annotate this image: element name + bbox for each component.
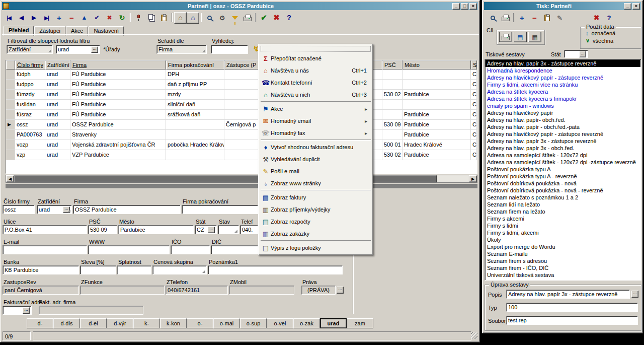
sleva-field[interactable] <box>80 265 116 274</box>
print-report-button[interactable] <box>499 12 512 24</box>
report-item[interactable]: Adresy na hlav. papír 3x - obch.řed. <box>486 145 640 152</box>
menu-item-vypis-z-logu[interactable]: ▤Výpis z logu položky <box>260 242 372 254</box>
table-row[interactable]: fúdphuradFÚ PardubiceDPHC <box>6 70 477 80</box>
report-item[interactable]: Seznam naležato s poznámkou 1 a 2 <box>486 194 640 201</box>
report-item[interactable]: Úkoly <box>486 236 640 243</box>
pane-splitter[interactable] <box>6 184 477 188</box>
remove-report-button[interactable]: − <box>528 12 541 24</box>
search-button[interactable] <box>203 12 216 24</box>
add-report-button[interactable]: + <box>516 12 528 24</box>
prava-browse-button[interactable]: ... <box>337 287 344 294</box>
filter-column-combo[interactable]: Zatřídění <box>7 45 53 54</box>
report-item[interactable]: Adresy na hlavičkový papír <box>486 109 640 116</box>
sheet-tab-k-kon[interactable]: k-kon <box>160 318 187 328</box>
table-row[interactable]: fúmzdyuradFÚ Pardubicemzdy530 02Pardubic… <box>6 90 477 100</box>
filter-button[interactable] <box>228 12 241 24</box>
next-record-button[interactable]: ▶ <box>28 12 40 24</box>
company-button[interactable]: ⌂ <box>174 12 187 24</box>
stav-field[interactable] <box>218 225 239 234</box>
sheet-tab-o-sup[interactable]: o-sup <box>240 318 267 328</box>
menu-item-akce[interactable]: ⚑Akce▸ <box>260 103 372 115</box>
help-button[interactable]: ? <box>283 12 295 24</box>
print-button[interactable] <box>241 12 254 24</box>
zastupcerev-field[interactable]: paní Černigová <box>3 286 79 295</box>
col-header-psc[interactable]: PSČ <box>382 60 403 70</box>
print-close-button[interactable]: × <box>632 3 640 10</box>
email-field[interactable] <box>3 245 87 254</box>
sheet-tab-k[interactable]: k- <box>133 318 160 328</box>
report-item[interactable]: Poštovní poukázka typu A - reverzně <box>486 173 640 180</box>
target-screen-button[interactable]: ▦ <box>528 32 541 42</box>
cancel-print-button[interactable]: ✖ <box>590 12 603 24</box>
search-input[interactable] <box>211 45 248 54</box>
refresh-button[interactable]: ↻ <box>116 12 128 24</box>
report-item[interactable]: Adresy na hlav. papír 3x - zástupce reve… <box>486 137 640 145</box>
report-item[interactable]: Firmy s lidmi, akcemi <box>486 229 640 236</box>
target-printer-button[interactable] <box>499 32 512 42</box>
menu-item-prepocitat-oznacene[interactable]: ΣPřepočítat označené <box>260 52 372 64</box>
sheet-tab-o[interactable]: o- <box>187 318 213 328</box>
pin-button[interactable] <box>132 12 145 24</box>
poznamka1-field[interactable] <box>208 265 343 274</box>
print-minimize-button[interactable]: _ <box>624 3 631 10</box>
table-row[interactable]: fudppouradFÚ Pardubicedaň z příjmu PPC <box>6 80 477 90</box>
report-item[interactable]: Export pro merge do Wordu <box>486 243 640 250</box>
menu-item-kontakt-telefonni[interactable]: ☎Kontakt telefonníCtrl+2 <box>260 77 372 89</box>
filter-value-browse-button[interactable]: ... <box>91 46 98 53</box>
menu-item-posli-email[interactable]: ✎Pošli e-mail <box>260 165 372 177</box>
table-row[interactable]: fusildanuradFÚ Pardubicesilniční daňC <box>6 100 477 110</box>
paste-button[interactable] <box>157 12 170 24</box>
ztelefon-field[interactable]: 040/6742161 <box>166 286 228 295</box>
menu-item-vyhledavani-duplicit[interactable]: ⚒Vyhledávání duplicit <box>260 153 372 165</box>
zatrideni-browse-button[interactable]: ... <box>63 206 70 213</box>
maximize-button[interactable]: □ <box>461 3 468 10</box>
menu-item-zobraz-www[interactable]: ♁Zobraz www stránky <box>260 177 372 189</box>
telefon-field[interactable]: 040. <box>240 225 258 234</box>
scroll-left-button[interactable]: ◀ <box>6 175 14 182</box>
menu-item-zobraz-zakazky[interactable]: ▦Zobraz zakázky <box>260 228 372 240</box>
ulice-field[interactable]: P.O.Box 41 <box>3 225 87 234</box>
dic-field[interactable] <box>211 245 258 254</box>
fakt-adr-firma-field[interactable] <box>39 306 143 315</box>
report-item[interactable]: Firmy s lidmi <box>486 222 640 229</box>
use-data-vsechna[interactable]: ∨všechna <box>581 36 641 44</box>
zmobil-field[interactable] <box>229 286 294 295</box>
typ-field[interactable]: 100 <box>506 303 638 312</box>
horizontal-scrollbar[interactable]: ◀ ▶ <box>6 175 477 183</box>
copy-button[interactable] <box>145 12 157 24</box>
sheet-tab-zam[interactable]: zam <box>347 318 373 328</box>
scrollbar-thumb[interactable] <box>14 175 437 182</box>
firma-pokracovani-field[interactable] <box>182 205 258 214</box>
cancel-edit-button[interactable]: ✖ <box>103 12 116 24</box>
report-item[interactable]: Poštovní dobírková poukázka - nová - rev… <box>486 187 640 194</box>
company-copy-button[interactable]: ⌂ <box>187 12 199 24</box>
report-item[interactable]: Poštovní dobírková poukázka - nová <box>486 180 640 187</box>
print-help-button[interactable]: ? <box>603 12 615 24</box>
minimize-button[interactable]: _ <box>452 3 460 10</box>
sheet-tab-urad-active[interactable]: urad <box>320 318 347 328</box>
prev-record-button[interactable]: ◀ <box>15 12 28 24</box>
sort-combo[interactable]: Firma <box>156 45 207 54</box>
table-row[interactable]: PA000763uradStravenkyPardubiceC <box>6 130 477 140</box>
menu-item-navsteva-u-nich[interactable]: ⌂Návštěva u nichCtrl+3 <box>260 89 372 101</box>
settings-button[interactable]: ⚙ <box>216 12 228 24</box>
prava-field[interactable]: (PRÁVA) <box>301 286 336 295</box>
add-record-button[interactable]: + <box>53 12 65 24</box>
edit-report-button[interactable]: ✎ <box>553 12 566 24</box>
firma-field[interactable]: OSSZ Pardubice <box>73 205 181 214</box>
table-row[interactable]: vzpuradVZP Pardubice530 02PardubiceC <box>6 150 477 160</box>
sheet-tab-o-zak[interactable]: o-zak <box>293 318 320 328</box>
col-header-mesto[interactable]: Město <box>403 60 471 70</box>
resize-grip[interactable] <box>471 332 477 339</box>
fakturacni-adresa-field[interactable]: ... <box>3 306 32 315</box>
preview-button[interactable] <box>487 12 499 24</box>
print-stat-browse-button[interactable]: ... <box>579 51 586 57</box>
report-item[interactable]: Univerzální tisková sestava <box>486 271 640 279</box>
col-header-zastupce[interactable]: Zástupce (P <box>224 60 259 70</box>
stat-field[interactable]: CZ... <box>195 225 217 234</box>
report-item[interactable]: Poštovní poukázka typu A <box>486 166 640 173</box>
popis-browse-button[interactable]: ... <box>631 291 638 298</box>
print-stat-field[interactable]: ... <box>564 50 588 58</box>
delete-record-button[interactable]: − <box>65 12 78 24</box>
sheet-tab-d-vyr[interactable]: d-výr <box>107 318 133 328</box>
